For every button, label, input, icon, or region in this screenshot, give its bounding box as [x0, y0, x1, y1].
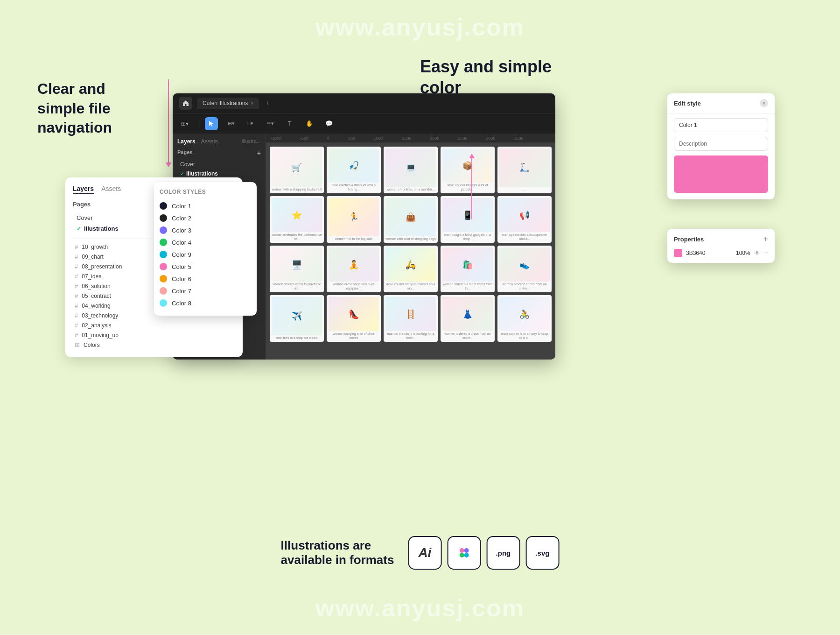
color-row-8[interactable]: Color 8: [160, 297, 251, 309]
assets-tab[interactable]: Assets: [101, 185, 121, 194]
canvas-card-13: 🛍️ women ordered a lot of items from th.…: [441, 246, 495, 292]
edit-style-header: Edit style ×: [667, 93, 775, 113]
illus-14: 👟: [499, 247, 550, 282]
canvas-card-11: 🧘 woman dress yoga and buys equipment: [327, 246, 381, 292]
card-label-18: women ordered a dress from an order...: [442, 332, 493, 340]
ai-label: Ai: [418, 545, 431, 560]
watermark-top: www.anyusj.com: [315, 13, 525, 41]
color-label-2: Color 2: [172, 215, 191, 222]
color-dot-8: [160, 299, 167, 307]
layer-01movingup[interactable]: # 01_moving_up: [73, 330, 235, 340]
color-label-9: Color 9: [172, 251, 191, 258]
properties-add-btn[interactable]: +: [763, 234, 768, 244]
canvas-card-6: 🏃 women run to the big sale: [327, 196, 381, 243]
toolbar-select-btn[interactable]: ⊞▾: [178, 117, 191, 130]
card-label-7: woman with a lot of shopping bags: [385, 237, 435, 241]
card-label-6: women run to the big sale: [335, 237, 372, 241]
format-badge-ai: Ai: [408, 536, 441, 570]
layers-tab[interactable]: Layers: [73, 185, 94, 194]
figma-layers-tab[interactable]: Layers: [177, 138, 196, 145]
format-badge-svg: .svg: [525, 536, 559, 570]
edit-style-color-preview[interactable]: [674, 155, 768, 193]
color-label-5: Color 5: [172, 263, 191, 270]
figma-add-tab-btn[interactable]: +: [266, 99, 270, 107]
canvas-card-17: 🪜 man on the stairs is looking for a new…: [384, 295, 438, 342]
figma-page-cover[interactable]: Cover: [177, 160, 261, 169]
edit-style-description-input[interactable]: [674, 137, 768, 151]
toolbar-rect-btn[interactable]: □▾: [244, 117, 257, 130]
layer-02analysis[interactable]: # 02_analysis: [73, 320, 235, 330]
svg-rect-1: [464, 548, 469, 553]
edit-style-name-input[interactable]: [674, 118, 768, 132]
illus-8: 📱: [442, 198, 493, 232]
check-icon: ✓: [77, 226, 81, 232]
edit-style-panel: Edit style ×: [667, 93, 775, 199]
hash-icon: #: [75, 292, 78, 299]
illus-2: 💻: [385, 148, 436, 187]
illus-17: 🪜: [385, 297, 436, 331]
card-label-13: women ordered a lot of items from th...: [442, 282, 493, 290]
toolbar-frame-btn[interactable]: ⊞▾: [224, 117, 238, 130]
canvas-card-8: 📱 man bought a lot of gadgets in a shop.…: [441, 196, 495, 243]
color-label-8: Color 8: [172, 300, 191, 307]
color-row-7[interactable]: Color 7: [160, 285, 251, 297]
svg-label: .svg: [535, 549, 549, 557]
pink-connecting-arrow: [471, 154, 472, 219]
format-badge-png: .png: [486, 536, 520, 570]
color-visibility-icon[interactable]: 👁: [754, 250, 760, 257]
card-label-16: woman carrying a lot of shoe boxes: [329, 332, 379, 340]
edit-style-close-btn[interactable]: ×: [760, 99, 768, 107]
illus-3: 📦: [442, 148, 493, 183]
color-styles-title: Color styles: [160, 189, 251, 195]
hash-icon: #: [75, 243, 78, 250]
properties-title: Properties: [674, 236, 704, 243]
toolbar-text-btn[interactable]: T: [283, 117, 296, 130]
canvas-card-5: ⭐ women evaluates the performance of...: [270, 196, 324, 243]
toolbar-comment-btn[interactable]: 💬: [322, 117, 336, 130]
figma-add-page-btn[interactable]: +: [257, 149, 261, 157]
figma-tab-close-icon[interactable]: ×: [251, 101, 253, 106]
figma-illus-tab[interactable]: Illustra...: [241, 138, 261, 145]
color-label-3: Color 3: [172, 227, 191, 234]
color-remove-btn[interactable]: −: [764, 249, 768, 257]
color-dot-3: [160, 226, 167, 234]
color-dot-2: [160, 214, 167, 222]
figma-home-btn[interactable]: [179, 97, 192, 110]
figma-icon: [457, 546, 470, 559]
color-dot-9: [160, 251, 167, 258]
color-row-2[interactable]: Color 2: [160, 212, 251, 224]
color-row-1[interactable]: Color 1: [160, 200, 251, 212]
card-label-5: women evaluates the performance of...: [272, 233, 322, 241]
card-label-14: women ordered shoes from an online...: [499, 282, 550, 290]
color-swatch[interactable]: [674, 249, 682, 257]
illus-6: 🏃: [329, 198, 379, 236]
figma-main-tab[interactable]: Cuterr Illustrations ×: [197, 98, 259, 109]
toolbar-pen-btn[interactable]: ✏▾: [264, 117, 277, 130]
color-dot-5: [160, 263, 167, 270]
color-row-6[interactable]: Color 6: [160, 273, 251, 285]
color-property-row: 3B3640 100% 👁 −: [674, 249, 768, 257]
figma-page-illustrations[interactable]: ✓ Illustrations: [177, 169, 261, 178]
canvas-card-7: 👜 woman with a lot of shopping bags: [384, 196, 438, 243]
color-row-9[interactable]: Color 9: [160, 248, 251, 261]
toolbar-hand-btn[interactable]: ✋: [303, 117, 316, 130]
color-row-4[interactable]: Color 4: [160, 236, 251, 248]
color-row-5[interactable]: Color 5: [160, 261, 251, 273]
card-label-3: male courier brought a lot of parcels...: [442, 183, 493, 191]
hash-icon: #: [75, 332, 78, 339]
figma-assets-tab[interactable]: Assets: [201, 138, 218, 145]
toolbar-cursor-btn[interactable]: [205, 117, 218, 130]
canvas-card-16: 👠 woman carrying a lot of shoe boxes: [327, 295, 381, 342]
layer-colors[interactable]: ⊞ Colors: [73, 340, 235, 350]
illus-15: ✈️: [272, 297, 322, 335]
illus-10: 🖥️: [272, 247, 322, 282]
color-row-3[interactable]: Color 3: [160, 224, 251, 236]
card-label-8: man bought a lot of gadgets in a shop...: [442, 233, 493, 241]
toolbar-sep-1: [198, 119, 198, 128]
canvas-card-4: 🛴 ...: [497, 147, 552, 193]
left-nav-section: Clear andsimple filenavigation: [37, 79, 187, 147]
figma-canvas[interactable]: -1000-5000500100015002000250030003500 🛒 …: [266, 134, 555, 360]
edit-style-title: Edit style: [674, 100, 701, 107]
illus-18: 👗: [442, 297, 493, 331]
color-label-1: Color 1: [172, 203, 191, 210]
